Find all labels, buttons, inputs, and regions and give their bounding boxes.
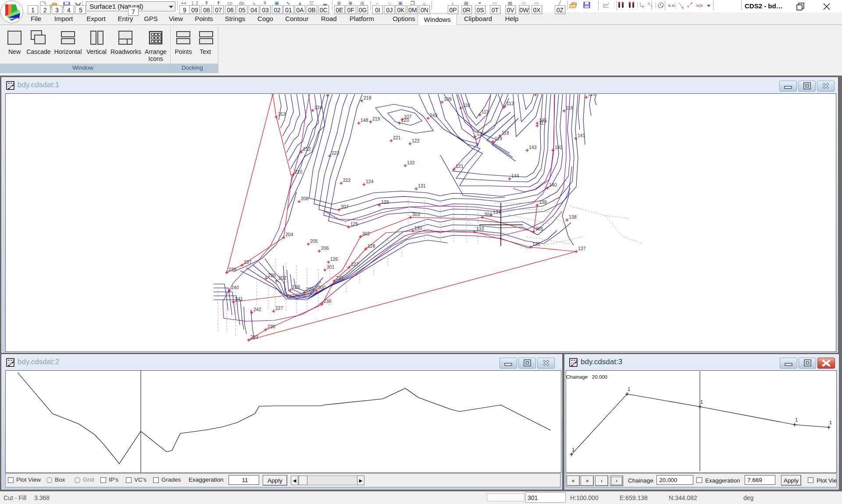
- svg-text:148: 148: [360, 117, 368, 123]
- svg-text:237: 237: [244, 259, 252, 265]
- svg-text:144: 144: [511, 173, 519, 178]
- svg-text:136: 136: [532, 241, 540, 247]
- svg-text:1: 1: [700, 399, 703, 405]
- svg-text:230: 230: [324, 298, 332, 304]
- svg-text:222: 222: [343, 177, 351, 183]
- svg-text:128: 128: [367, 243, 375, 248]
- svg-text:202: 202: [278, 275, 286, 280]
- svg-text:229: 229: [306, 287, 314, 292]
- svg-text:119: 119: [495, 136, 502, 141]
- svg-text:226: 226: [268, 273, 276, 278]
- svg-text:139: 139: [539, 199, 547, 205]
- svg-text:118: 118: [502, 130, 509, 135]
- svg-text:125: 125: [350, 221, 358, 227]
- svg-text:301: 301: [327, 264, 335, 270]
- svg-text:1: 1: [829, 420, 832, 425]
- svg-text:K(K: K(K: [696, 4, 703, 8]
- svg-text:239: 239: [228, 267, 236, 272]
- svg-text:203: 203: [250, 334, 258, 340]
- svg-text:121: 121: [456, 163, 464, 169]
- svg-text:220: 220: [401, 117, 409, 123]
- svg-text:241: 241: [235, 296, 243, 302]
- svg-text:300: 300: [318, 285, 326, 290]
- svg-text:109: 109: [444, 96, 452, 102]
- svg-text:126: 126: [330, 256, 338, 262]
- svg-text:219: 219: [372, 116, 380, 121]
- svg-text:242: 242: [253, 307, 261, 312]
- svg-text:114: 114: [588, 94, 596, 97]
- svg-text:124: 124: [366, 179, 374, 184]
- svg-text:140: 140: [549, 182, 557, 188]
- svg-text:130: 130: [414, 225, 422, 231]
- svg-text:111: 111: [482, 109, 489, 114]
- svg-text:132: 132: [407, 160, 415, 165]
- svg-text:304: 304: [484, 212, 492, 217]
- svg-text:138: 138: [569, 214, 577, 220]
- svg-text:210: 210: [295, 169, 303, 174]
- svg-text:1: 1: [572, 447, 574, 452]
- svg-text:122: 122: [412, 138, 420, 143]
- svg-text:143: 143: [529, 145, 537, 150]
- svg-text:205: 205: [310, 238, 318, 244]
- svg-text:131: 131: [418, 183, 426, 188]
- svg-text:243: 243: [430, 113, 438, 118]
- svg-text:206: 206: [321, 245, 329, 251]
- svg-text:142: 142: [555, 145, 563, 150]
- svg-text:225: 225: [329, 94, 337, 95]
- svg-text:224: 224: [314, 105, 322, 110]
- svg-text:120: 120: [477, 131, 485, 136]
- svg-text:K·K: K·K: [668, 4, 675, 8]
- svg-text:110: 110: [463, 103, 470, 108]
- svg-text:133: 133: [476, 226, 484, 231]
- svg-text:231: 231: [336, 275, 344, 280]
- svg-text:227: 227: [275, 305, 283, 311]
- svg-text:207: 207: [341, 204, 349, 209]
- svg-text:240: 240: [231, 285, 239, 290]
- svg-text:116: 116: [566, 105, 573, 110]
- svg-text:137: 137: [578, 246, 586, 251]
- svg-text:221: 221: [393, 135, 401, 140]
- svg-text:134: 134: [493, 209, 501, 215]
- svg-text:365: 365: [535, 226, 543, 231]
- svg-text:212: 212: [303, 146, 311, 152]
- svg-text:204: 204: [285, 232, 293, 237]
- svg-text:208: 208: [301, 196, 309, 201]
- svg-text:302: 302: [362, 231, 370, 236]
- svg-text:223: 223: [332, 150, 339, 156]
- svg-text:303: 303: [412, 212, 420, 217]
- svg-text:236: 236: [268, 324, 275, 329]
- svg-text:141: 141: [578, 133, 585, 138]
- svg-text:Chainage 20.000: Chainage 20.000: [566, 374, 607, 380]
- svg-text:213: 213: [278, 111, 286, 117]
- svg-text:228: 228: [292, 284, 300, 290]
- svg-text:117: 117: [539, 120, 546, 125]
- svg-text:127: 127: [351, 262, 359, 267]
- svg-text:1: 1: [795, 417, 798, 422]
- svg-text:112: 112: [507, 101, 514, 106]
- svg-text:218: 218: [364, 95, 371, 100]
- svg-text:1: 1: [628, 387, 630, 392]
- svg-text:129: 129: [381, 199, 389, 205]
